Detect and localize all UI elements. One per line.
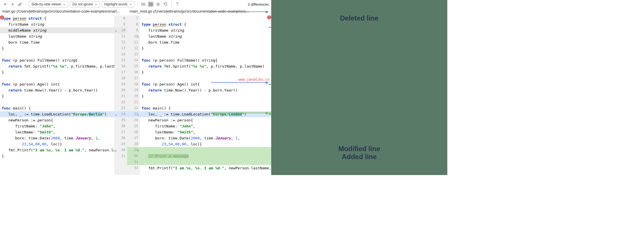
gutter-right[interactable]: 78910«11121314151617181920212223«2425262… — [127, 15, 140, 175]
line-number[interactable]: 28 — [114, 135, 127, 141]
code-line[interactable]: } — [0, 45, 114, 51]
code-line[interactable]: } — [0, 93, 114, 99]
code-line[interactable]: firstName string — [140, 27, 271, 33]
line-number[interactable]: 14 — [114, 51, 127, 57]
collapse-icon[interactable] — [140, 1, 146, 7]
viewer-mode-dropdown[interactable]: Side-by-side viewer — [29, 1, 68, 7]
line-number[interactable]: 26 — [114, 123, 127, 129]
code-line[interactable]: func (p person) FullName() string{ — [140, 57, 271, 63]
code-line[interactable]: loc, _ := time.LoadLocation("Europe/Berl… — [0, 111, 114, 117]
code-line[interactable]: born: time.Date(2008, time.January, 1, — [140, 135, 271, 141]
code-line[interactable]: type person struct { — [140, 21, 271, 27]
code-line[interactable]: 23,54,00,00, loc)} — [0, 141, 114, 147]
code-line[interactable] — [0, 99, 114, 105]
code-line[interactable] — [140, 99, 271, 105]
code-line[interactable]: return time.Now().Year() - p.born.Year() — [0, 87, 114, 93]
line-number[interactable]: 7 — [127, 15, 140, 21]
code-line[interactable]: } — [0, 153, 114, 159]
line-number[interactable]: 10« — [127, 33, 140, 39]
line-number[interactable]: »30 — [114, 147, 127, 153]
code-line[interactable] — [140, 51, 271, 57]
line-number[interactable]: 26 — [127, 129, 140, 135]
change-marker-added[interactable] — [269, 112, 271, 115]
line-number[interactable]: 14 — [127, 57, 140, 63]
gear-icon[interactable] — [155, 1, 161, 7]
code-line[interactable]: firstName string — [0, 21, 114, 27]
line-number[interactable]: 13 — [127, 51, 140, 57]
code-line[interactable]: type person struct { — [0, 15, 114, 21]
edit-icon[interactable] — [17, 1, 23, 7]
line-number[interactable]: 27 — [127, 135, 140, 141]
line-number[interactable]: 25 — [114, 117, 127, 123]
line-number[interactable]: 29« — [127, 147, 140, 153]
gutter-left[interactable]: 89»1011121314151617181920212223»24252627… — [114, 15, 127, 175]
code-line[interactable]: func (p person) FullName() string{ — [0, 57, 114, 63]
code-line[interactable] — [140, 147, 271, 153]
code-line[interactable]: newPerson := person{ — [0, 117, 114, 123]
line-number[interactable]: 8 — [114, 15, 127, 21]
line-number[interactable]: 22 — [114, 99, 127, 105]
line-number[interactable]: 22 — [127, 105, 140, 111]
line-number[interactable]: 15 — [127, 63, 140, 69]
line-number[interactable]: 16 — [127, 69, 140, 75]
line-number[interactable]: 30 — [127, 153, 140, 159]
line-number[interactable]: 11 — [114, 33, 127, 39]
code-line[interactable]: born: time.Date(2008, time.January, 1, — [0, 135, 114, 141]
line-number[interactable]: 12 — [127, 45, 140, 51]
code-line[interactable] — [0, 51, 114, 57]
line-number[interactable]: 15 — [114, 57, 127, 63]
code-line[interactable] — [140, 15, 271, 21]
code-line[interactable]: return time.Now().Year() - p.born.Year() — [140, 87, 271, 93]
code-line[interactable]: fmt.Printf("I am %s, %s. I am %d.", newP… — [0, 147, 114, 153]
code-line[interactable]: firstName: "John", — [0, 123, 114, 129]
line-number[interactable]: 9 — [114, 21, 127, 27]
prev-diff-icon[interactable] — [2, 1, 8, 7]
code-line[interactable]: loc, _ := time.LoadLocation("Europe/Lond… — [140, 111, 271, 117]
highlight-mode-dropdown[interactable]: Highlight words — [102, 1, 134, 7]
code-line[interactable]: middleName string — [0, 27, 114, 33]
refresh-icon[interactable] — [163, 1, 168, 7]
line-number[interactable]: 18 — [127, 81, 140, 87]
line-number[interactable]: 19 — [114, 81, 127, 87]
help-icon[interactable]: ? — [174, 1, 180, 7]
code-line[interactable]: born time.Time — [140, 39, 271, 45]
line-number[interactable]: 21 — [127, 99, 140, 105]
code-line[interactable]: } — [140, 93, 271, 99]
code-line[interactable]: lastName string — [0, 33, 114, 39]
line-number[interactable]: »10 — [114, 27, 127, 33]
code-line[interactable] — [0, 75, 114, 81]
line-number[interactable]: 18 — [114, 75, 127, 81]
line-number[interactable]: 31 — [127, 159, 140, 165]
line-number[interactable]: 20 — [127, 93, 140, 99]
sync-scroll-icon[interactable] — [148, 1, 154, 7]
code-line[interactable]: return fmt.Sprintf("%s %s", p.firstName,… — [0, 63, 114, 69]
line-number[interactable]: 20 — [114, 87, 127, 93]
change-marker-deleted[interactable] — [269, 27, 271, 28]
line-number[interactable]: 11 — [127, 39, 140, 45]
line-number[interactable]: »24 — [114, 111, 127, 117]
line-number[interactable]: 23« — [127, 111, 140, 117]
line-number[interactable]: 17 — [114, 69, 127, 75]
line-number[interactable]: 32 — [127, 165, 140, 171]
code-line[interactable]: firstName: "John", — [140, 123, 271, 129]
line-number[interactable]: 28 — [127, 141, 140, 147]
code-left-pane[interactable]: type person struct { firstName string mi… — [0, 15, 114, 175]
code-line[interactable]: func (p person) Age() int{ — [0, 81, 114, 87]
line-number[interactable]: 19 — [127, 87, 140, 93]
code-line[interactable]: } — [140, 45, 271, 51]
ignore-mode-dropdown[interactable]: Do not ignore — [70, 1, 100, 7]
line-number[interactable]: 23 — [114, 105, 127, 111]
line-number[interactable]: 13 — [114, 45, 127, 51]
line-number[interactable]: 29 — [114, 141, 127, 147]
line-number[interactable]: 31 — [114, 153, 127, 159]
line-number[interactable]: 9 — [127, 27, 140, 33]
code-line[interactable]: newPerson := person{ — [140, 117, 271, 123]
code-right-pane[interactable]: www.javatiku.cn type person struct { fir… — [140, 15, 271, 175]
code-line[interactable] — [140, 159, 271, 165]
code-line[interactable]: return fmt.Sprintf("%s %s", p.firstName,… — [140, 63, 271, 69]
line-number[interactable]: 25 — [127, 123, 140, 129]
code-line[interactable]: fmt.Printf("I am %s, %s. I am %d.", newP… — [140, 165, 271, 171]
line-number[interactable]: 27 — [114, 129, 127, 135]
code-line[interactable]: func main() { — [0, 105, 114, 111]
code-line[interactable]: // Print a message — [140, 153, 271, 159]
